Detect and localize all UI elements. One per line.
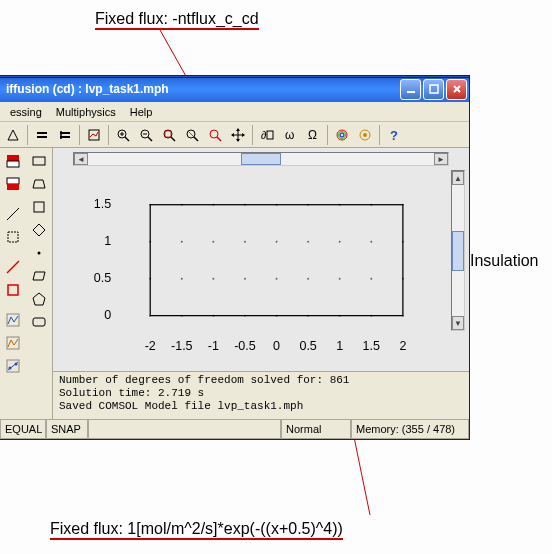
svg-line-26 (194, 137, 198, 141)
status-empty (88, 420, 281, 439)
not-equals-icon[interactable] (54, 124, 76, 146)
rounded-rect-icon[interactable] (28, 311, 50, 333)
graph-tool2-icon[interactable] (2, 332, 24, 354)
line-tool-icon[interactable] (2, 203, 24, 225)
point-icon[interactable] (28, 242, 50, 264)
red-rect-tool-icon[interactable] (2, 279, 24, 301)
rainbow-icon[interactable] (331, 124, 353, 146)
svg-marker-63 (33, 224, 45, 236)
vscroll-down[interactable]: ▼ (452, 316, 464, 330)
svg-text:1.5: 1.5 (94, 197, 111, 211)
boundary-icon[interactable]: ∂ (256, 124, 278, 146)
zoom-select-icon[interactable] (204, 124, 226, 146)
help-icon[interactable]: ? (383, 124, 405, 146)
svg-text:-1: -1 (208, 339, 219, 353)
statusbar: EQUAL SNAP Normal Memory: (355 / 478) (0, 419, 469, 439)
window-title: iffusion (cd) : lvp_task1.mph (6, 82, 400, 96)
vtoolbar-2 (26, 148, 52, 419)
svg-point-59 (15, 363, 18, 366)
svg-text:0: 0 (104, 308, 111, 322)
annotation-top: Fixed flux: -ntflux_c_cd (95, 10, 259, 30)
tool-triangle-icon[interactable] (2, 124, 24, 146)
zoom-extent-icon[interactable] (158, 124, 180, 146)
move-icon[interactable] (227, 124, 249, 146)
svg-rect-51 (8, 232, 18, 242)
plot-area[interactable]: ◄ ► ▲ ▼ -2-1.5-1-0.500.511.5200.511.5 (53, 148, 469, 371)
plot-hscroll[interactable]: ◄ ► (73, 152, 449, 166)
vscroll-up[interactable]: ▲ (452, 171, 464, 185)
vscroll-thumb[interactable] (452, 231, 464, 271)
menu-multiphysics[interactable]: Multiphysics (50, 104, 122, 120)
svg-line-27 (188, 131, 194, 137)
graph-tool3-icon[interactable] (2, 355, 24, 377)
svg-rect-67 (33, 318, 45, 326)
svg-marker-34 (231, 133, 234, 137)
svg-rect-62 (34, 202, 44, 212)
red-square-bottom-icon[interactable] (2, 173, 24, 195)
log-panel: Number of degrees of freedom solved for:… (53, 371, 469, 419)
square-icon[interactable] (28, 196, 50, 218)
svg-line-29 (217, 137, 221, 141)
status-snap[interactable]: SNAP (46, 420, 88, 439)
polygon-icon[interactable] (28, 219, 50, 241)
status-equal[interactable]: EQUAL (0, 420, 46, 439)
svg-text:∂: ∂ (261, 129, 267, 141)
plot-vscroll[interactable]: ▲ ▼ (451, 170, 465, 331)
svg-line-20 (148, 137, 152, 141)
svg-rect-46 (7, 155, 19, 161)
maximize-button[interactable] (423, 79, 444, 100)
svg-point-95 (339, 241, 341, 243)
hscroll-thumb[interactable] (241, 153, 281, 165)
pentagon-icon[interactable] (28, 288, 50, 310)
svg-marker-61 (33, 180, 45, 188)
red-line-tool-icon[interactable] (2, 256, 24, 278)
status-memory: Memory: (355 / 478) (351, 420, 469, 439)
svg-rect-37 (267, 131, 273, 139)
svg-marker-35 (242, 133, 245, 137)
select-box-icon[interactable] (2, 226, 24, 248)
target-icon[interactable] (354, 124, 376, 146)
trapezoid-icon[interactable] (28, 173, 50, 195)
hscroll-right[interactable]: ► (434, 153, 448, 165)
omega-small-icon[interactable]: ω (279, 124, 301, 146)
status-mode: Normal (281, 420, 351, 439)
svg-point-42 (340, 133, 344, 137)
svg-text:1: 1 (104, 234, 111, 248)
zoom-out-icon[interactable] (135, 124, 157, 146)
hscroll-left[interactable]: ◄ (74, 153, 88, 165)
svg-line-52 (7, 261, 19, 273)
rect-shape-icon[interactable] (28, 150, 50, 172)
svg-marker-8 (8, 130, 18, 140)
svg-text:0.5: 0.5 (94, 271, 111, 285)
zoom-in-icon[interactable] (112, 124, 134, 146)
svg-rect-4 (407, 91, 415, 93)
annotation-right: Insulation (470, 252, 539, 270)
svg-point-91 (307, 241, 309, 243)
minimize-button[interactable] (400, 79, 421, 100)
menu-help[interactable]: Help (124, 104, 159, 120)
svg-rect-60 (33, 157, 45, 165)
plot-panel: ◄ ► ▲ ▼ -2-1.5-1-0.500.511.5200.511.5 Nu… (53, 148, 469, 419)
parallelogram-icon[interactable] (28, 265, 50, 287)
titlebar[interactable]: iffusion (cd) : lvp_task1.mph (0, 76, 469, 102)
svg-text:2: 2 (399, 339, 406, 353)
svg-point-58 (9, 367, 12, 370)
svg-rect-24 (165, 131, 171, 137)
menu-processing[interactable]: essing (4, 104, 48, 120)
svg-point-64 (38, 252, 41, 255)
omega-large-icon[interactable]: Ω (302, 124, 324, 146)
svg-point-90 (307, 278, 309, 280)
zoom-window-icon[interactable] (181, 124, 203, 146)
graph-tool1-icon[interactable] (2, 309, 24, 331)
left-toolbars (0, 148, 53, 419)
close-button[interactable] (446, 79, 467, 100)
annotation-bottom: Fixed flux: 1[mol/m^2/s]*exp(-((x+0.5)^4… (50, 520, 343, 540)
plot-icon[interactable] (83, 124, 105, 146)
svg-text:1.5: 1.5 (363, 339, 380, 353)
svg-point-28 (210, 130, 218, 138)
svg-marker-33 (236, 139, 240, 142)
red-square-top-icon[interactable] (2, 150, 24, 172)
svg-text:0.5: 0.5 (299, 339, 316, 353)
equals-icon[interactable] (31, 124, 53, 146)
svg-line-23 (171, 137, 175, 141)
